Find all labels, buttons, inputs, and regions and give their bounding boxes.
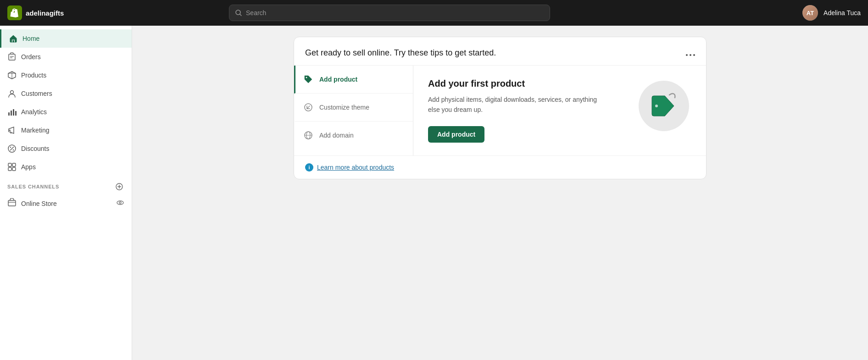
sidebar-item-products[interactable]: Products bbox=[0, 66, 132, 84]
customize-theme-icon bbox=[303, 102, 314, 113]
info-icon: i bbox=[305, 163, 313, 172]
sidebar-item-products-label: Products bbox=[21, 72, 46, 79]
user-name: Adelina Tuca bbox=[823, 9, 861, 17]
sidebar-item-orders[interactable]: Orders bbox=[0, 48, 132, 66]
card-footer: i Learn more about products bbox=[294, 155, 706, 179]
sidebar-item-orders-label: Orders bbox=[21, 53, 41, 61]
svg-point-17 bbox=[13, 150, 14, 150]
sidebar-item-marketing[interactable]: Marketing bbox=[0, 121, 132, 139]
online-store-label: Online Store bbox=[21, 200, 57, 207]
info-icon-label: i bbox=[308, 165, 310, 170]
sidebar-item-online-store[interactable]: Online Store bbox=[0, 194, 132, 213]
svg-rect-19 bbox=[12, 163, 16, 166]
card-header-title: Get ready to sell online. Try these tips… bbox=[305, 48, 496, 58]
card-more-button[interactable] bbox=[686, 49, 695, 58]
tip-content-description: Add physical items, digital downloads, s… bbox=[428, 94, 602, 115]
svg-point-9 bbox=[11, 91, 14, 94]
tip-item-customize-theme[interactable]: Customize theme bbox=[294, 94, 413, 122]
tip-content-text: Add your first product Add physical item… bbox=[428, 78, 636, 143]
tag-icon bbox=[303, 74, 314, 85]
sidebar-item-discounts[interactable]: Discounts bbox=[0, 139, 132, 158]
svg-line-2 bbox=[240, 14, 241, 16]
sidebar-item-analytics[interactable]: Analytics bbox=[0, 103, 132, 121]
tip-customize-theme-label: Customize theme bbox=[319, 104, 369, 111]
tip-add-product-label: Add product bbox=[319, 76, 357, 83]
store-name: adelinagifts bbox=[26, 9, 64, 17]
svg-point-29 bbox=[686, 54, 688, 56]
sales-channels-section: SALES CHANNELS bbox=[0, 176, 132, 194]
add-sales-channel-button[interactable] bbox=[114, 182, 124, 192]
svg-rect-18 bbox=[8, 163, 11, 166]
svg-point-27 bbox=[117, 201, 123, 205]
card-header: Get ready to sell online. Try these tips… bbox=[294, 37, 706, 66]
orders-icon bbox=[7, 52, 17, 61]
sidebar-item-home-label: Home bbox=[22, 35, 39, 42]
discounts-icon bbox=[7, 144, 17, 153]
svg-point-32 bbox=[306, 77, 307, 78]
tip-content: Add your first product Add physical item… bbox=[413, 66, 706, 155]
sidebar-item-customers-label: Customers bbox=[21, 90, 52, 97]
svg-rect-3 bbox=[9, 54, 15, 60]
sales-channels-label: SALES CHANNELS bbox=[7, 184, 59, 189]
sidebar-item-marketing-label: Marketing bbox=[21, 127, 49, 134]
svg-rect-11 bbox=[11, 111, 12, 116]
sidebar-item-customers[interactable]: Customers bbox=[0, 84, 132, 103]
search-icon bbox=[235, 9, 242, 17]
sidebar-item-apps[interactable]: Apps bbox=[0, 158, 132, 176]
home-icon bbox=[9, 34, 18, 43]
products-icon bbox=[7, 71, 17, 80]
svg-point-37 bbox=[655, 105, 658, 107]
sidebar-item-apps-label: Apps bbox=[21, 163, 36, 171]
svg-rect-12 bbox=[13, 109, 14, 116]
analytics-icon bbox=[7, 107, 17, 116]
product-tag-svg bbox=[645, 88, 682, 124]
brand: adelinagifts bbox=[7, 6, 99, 20]
svg-point-28 bbox=[119, 202, 121, 204]
add-product-cta-button[interactable]: Add product bbox=[428, 126, 484, 143]
main-content: Get ready to sell online. Try these tips… bbox=[132, 26, 868, 360]
topbar-right: AT Adelina Tuca bbox=[802, 5, 861, 21]
card-body: Add product Customize theme bbox=[294, 66, 706, 155]
tips-list: Add product Customize theme bbox=[294, 66, 413, 155]
online-store-preview-button[interactable] bbox=[116, 199, 124, 209]
search-bar[interactable] bbox=[229, 5, 550, 21]
avatar: AT bbox=[802, 5, 818, 21]
online-store-icon bbox=[7, 198, 17, 209]
learn-more-link[interactable]: Learn more about products bbox=[317, 164, 394, 171]
tip-content-title: Add your first product bbox=[428, 78, 636, 89]
sidebar: Home Orders Pro bbox=[0, 26, 132, 360]
svg-rect-25 bbox=[8, 200, 16, 206]
svg-rect-21 bbox=[12, 167, 16, 171]
layout: Home Orders Pro bbox=[0, 26, 868, 360]
tip-add-domain-label: Add domain bbox=[319, 132, 354, 139]
getting-started-card: Get ready to sell online. Try these tips… bbox=[294, 37, 707, 179]
svg-rect-20 bbox=[8, 167, 11, 171]
tip-item-add-domain[interactable]: Add domain bbox=[294, 122, 413, 149]
customers-icon bbox=[7, 89, 17, 98]
shopify-logo-icon bbox=[7, 6, 22, 20]
sidebar-item-analytics-label: Analytics bbox=[21, 108, 47, 116]
tip-illustration bbox=[636, 78, 691, 133]
tip-item-add-product[interactable]: Add product bbox=[294, 66, 413, 94]
avatar-image: AT bbox=[802, 5, 818, 21]
sidebar-item-home[interactable]: Home bbox=[0, 29, 132, 48]
marketing-icon bbox=[7, 126, 17, 135]
svg-point-31 bbox=[693, 54, 695, 56]
apps-icon bbox=[7, 162, 17, 172]
svg-rect-13 bbox=[15, 111, 17, 116]
online-store-left: Online Store bbox=[7, 198, 57, 209]
topbar: adelinagifts AT Adelina Tuca bbox=[0, 0, 868, 26]
svg-rect-10 bbox=[8, 112, 10, 116]
svg-point-30 bbox=[690, 54, 691, 56]
svg-point-16 bbox=[10, 147, 11, 148]
add-domain-icon bbox=[303, 130, 314, 141]
product-tag-illustration bbox=[639, 81, 689, 131]
search-input[interactable] bbox=[246, 9, 544, 17]
sidebar-item-discounts-label: Discounts bbox=[21, 145, 49, 152]
